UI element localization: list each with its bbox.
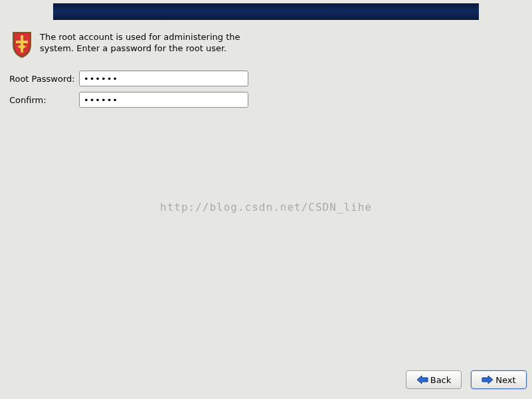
- intro-row: The root account is used for administeri…: [9, 31, 248, 59]
- button-bar: Back Next: [406, 370, 527, 389]
- svg-rect-0: [21, 35, 23, 53]
- password-label: Root Password:: [9, 74, 79, 84]
- back-button[interactable]: Back: [406, 370, 462, 389]
- arrow-left-icon: [416, 375, 428, 384]
- svg-rect-1: [16, 41, 28, 43]
- confirm-row: Confirm:: [9, 92, 248, 108]
- intro-text: The root account is used for administeri…: [40, 31, 248, 54]
- back-button-label: Back: [430, 375, 452, 385]
- shield-icon: [9, 31, 35, 59]
- root-password-input[interactable]: [79, 70, 248, 86]
- watermark-text: http://blog.csdn.net/CSDN_lihe: [0, 201, 532, 213]
- next-button[interactable]: Next: [471, 370, 527, 389]
- confirm-password-input[interactable]: [79, 92, 248, 108]
- password-row: Root Password:: [9, 70, 248, 86]
- next-button-label: Next: [495, 375, 515, 385]
- confirm-label: Confirm:: [9, 95, 79, 105]
- main-content: The root account is used for administeri…: [9, 31, 248, 113]
- header-banner: [53, 3, 479, 20]
- arrow-right-icon: [482, 375, 493, 384]
